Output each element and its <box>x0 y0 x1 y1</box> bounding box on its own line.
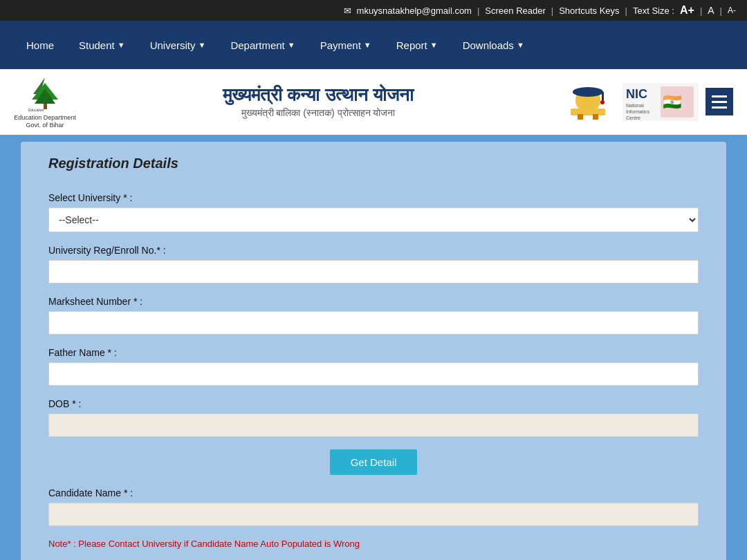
svg-rect-11 <box>578 114 583 120</box>
separator-4: | <box>700 6 702 16</box>
marksheet-number-input[interactable] <box>48 311 699 335</box>
department-caret: ▼ <box>288 41 295 49</box>
candidate-name-group: Candidate Name * : <box>48 487 699 526</box>
email-address[interactable]: mkuysnatakhelp@gmail.com <box>357 6 472 16</box>
graduation-illustration <box>560 80 616 124</box>
svg-text:Centre: Centre <box>626 115 640 120</box>
university-reg-label: University Reg/Enroll No.* : <box>48 245 699 256</box>
father-name-label: Father Name * : <box>48 347 699 358</box>
banner-title-hindi: मुख्यमंत्री कन्या उत्थान योजना <box>76 84 560 106</box>
banner-title-area: मुख्यमंत्री कन्या उत्थान योजना मुख्यमंत्… <box>76 84 560 119</box>
separator-5: | <box>720 6 722 16</box>
top-bar: ✉ mkuysnatakhelp@gmail.com | Screen Read… <box>0 0 747 21</box>
hamburger-line-3 <box>712 106 727 109</box>
marksheet-number-label: Marksheet Number * : <box>48 296 699 307</box>
nav-payment[interactable]: Payment ▼ <box>308 21 384 69</box>
candidate-name-label: Candidate Name * : <box>48 487 699 498</box>
downloads-caret: ▼ <box>517 41 524 49</box>
student-caret: ▼ <box>118 41 125 49</box>
dob-group: DOB * : <box>48 398 699 437</box>
candidate-name-input[interactable] <box>48 503 699 526</box>
svg-rect-12 <box>593 114 598 120</box>
hamburger-line-2 <box>712 101 727 103</box>
main-nav: Home Student ▼ University ▼ Department ▼… <box>0 21 747 69</box>
svg-point-9 <box>600 100 605 104</box>
nav-downloads[interactable]: Downloads ▼ <box>450 21 537 69</box>
registration-title: Registration Details <box>48 156 699 171</box>
nav-department[interactable]: Department ▼ <box>218 21 307 69</box>
education-dept-logo: Education <box>26 75 64 113</box>
select-university-label: Select University * : <box>48 192 699 203</box>
nic-logo: NIC National Informatics Centre 🇮🇳 <box>622 83 699 121</box>
main-content: Registration Details Select University *… <box>21 142 726 560</box>
nav-university[interactable]: University ▼ <box>138 21 219 69</box>
screen-reader-link[interactable]: Screen Reader <box>485 6 545 16</box>
nav-report[interactable]: Report ▼ <box>384 21 450 69</box>
hamburger-menu-button[interactable] <box>706 88 733 115</box>
select-university-dropdown[interactable]: --Select-- <box>48 207 699 232</box>
report-caret: ▼ <box>430 41 438 49</box>
text-size-a-minus[interactable]: A- <box>728 6 736 15</box>
email-icon: ✉ <box>344 6 351 16</box>
separator-1: | <box>477 6 479 16</box>
text-size-a[interactable]: A <box>708 5 714 16</box>
marksheet-number-group: Marksheet Number * : <box>48 296 699 335</box>
svg-text:NIC: NIC <box>626 87 647 101</box>
svg-text:🇮🇳: 🇮🇳 <box>663 93 682 111</box>
university-reg-group: University Reg/Enroll No.* : <box>48 245 699 283</box>
separator-3: | <box>625 6 627 16</box>
banner-right: NIC National Informatics Centre 🇮🇳 <box>560 80 699 124</box>
father-name-group: Father Name * : <box>48 347 699 386</box>
payment-caret: ▼ <box>364 41 371 49</box>
logo-area: Education Education Department Govt. of … <box>14 75 76 129</box>
dob-input[interactable] <box>48 413 699 437</box>
university-reg-input[interactable] <box>48 260 699 283</box>
father-name-input[interactable] <box>48 362 699 386</box>
nav-student[interactable]: Student ▼ <box>66 21 138 69</box>
svg-text:National: National <box>626 103 644 108</box>
get-detail-button[interactable]: Get Detail <box>330 449 418 475</box>
svg-text:Education: Education <box>28 108 44 112</box>
svg-text:Informatics: Informatics <box>626 109 650 114</box>
select-university-group: Select University * : --Select-- <box>48 192 699 232</box>
svg-rect-8 <box>602 92 604 102</box>
shortcuts-link[interactable]: Shortcuts Keys <box>559 6 619 16</box>
university-caret: ▼ <box>198 41 205 49</box>
banner-subtitle-hindi: मुख्यमंत्री बालिका (स्नातक) प्रोत्साहन य… <box>76 107 560 119</box>
text-size-a-plus[interactable]: A+ <box>680 4 694 17</box>
dob-label: DOB * : <box>48 398 699 409</box>
hamburger-line-1 <box>712 95 727 97</box>
text-size-label: Text Size : <box>633 6 674 16</box>
separator-2: | <box>551 6 553 16</box>
svg-rect-10 <box>571 109 605 115</box>
candidate-name-note: Note* : Please Contact University if Can… <box>48 539 699 549</box>
logo-text: Education Department Govt. of Bihar <box>14 114 76 129</box>
nav-home[interactable]: Home <box>14 21 66 69</box>
header-banner: Education Education Department Govt. of … <box>0 69 747 135</box>
